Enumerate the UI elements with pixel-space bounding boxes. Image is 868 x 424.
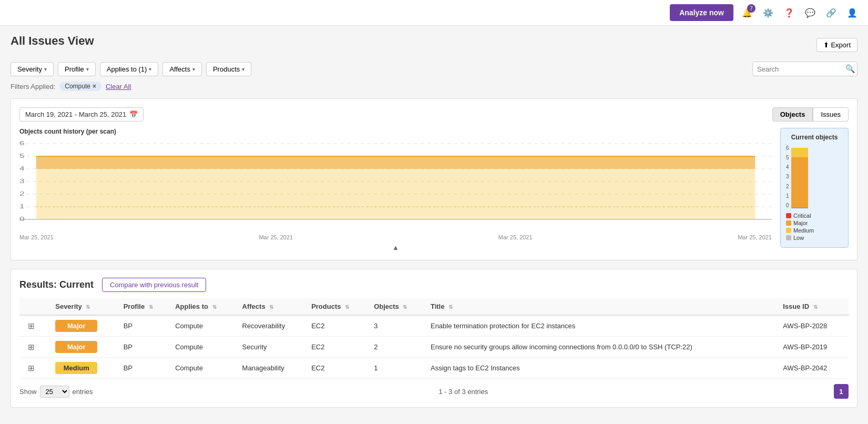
- expand-col-header: [19, 298, 50, 315]
- major-bar: [791, 157, 808, 208]
- gear-icon[interactable]: ⚙️: [761, 5, 775, 20]
- entries-per-page-select[interactable]: 10 25 50 100: [40, 386, 69, 398]
- results-section: Results: Current Compare with previous r…: [11, 269, 857, 408]
- affects-col-header: Affects ⇅: [237, 298, 307, 315]
- major-legend-dot: [786, 220, 791, 226]
- profile-filter-button[interactable]: Profile ▾: [58, 62, 96, 76]
- bar-stack: [791, 145, 808, 208]
- view-toggle: Objects Issues: [772, 107, 849, 122]
- issue-id-col-header: Issue ID ⇅: [778, 298, 849, 315]
- svg-text:3: 3: [19, 178, 25, 184]
- analyze-now-button[interactable]: Analyze now: [670, 4, 733, 21]
- svg-text:6: 6: [19, 140, 25, 146]
- applies-to-filter-label: Applies to (1): [107, 65, 147, 73]
- svg-text:2: 2: [19, 190, 25, 197]
- results-header: Results: Current Compare with previous r…: [19, 278, 849, 292]
- products-col-header: Products ⇅: [306, 298, 369, 315]
- date-picker[interactable]: March 19, 2021 - March 25, 2021 📅: [19, 107, 144, 122]
- profile-cell: BP: [118, 358, 170, 379]
- low-label: Low: [793, 235, 804, 241]
- svg-text:1: 1: [19, 203, 25, 209]
- compare-button[interactable]: Compare with previous result: [102, 278, 206, 292]
- user-icon[interactable]: 👤: [845, 5, 860, 20]
- search-field-wrap: 🔍: [752, 62, 857, 76]
- products-chevron-icon: ▾: [242, 66, 244, 72]
- current-objects-panel: Current objects 6 5 4 3 2 1 0: [780, 128, 849, 248]
- remove-filter-icon[interactable]: ×: [93, 83, 96, 90]
- applies-to-cell: Compute: [170, 358, 237, 379]
- affects-cell: Recoverability: [237, 315, 307, 337]
- severity-badge: Major: [55, 341, 97, 353]
- svg-text:0: 0: [19, 216, 25, 222]
- legend-major: Major: [786, 220, 843, 226]
- profile-col-header: Profile ⇅: [118, 298, 170, 315]
- page-title: All Issues View: [11, 34, 94, 48]
- critical-label: Critical: [793, 213, 811, 219]
- expand-row-button[interactable]: ⊞: [25, 320, 38, 332]
- chart-svg: 6 5 4 3 2 1 0: [19, 138, 772, 223]
- link-icon[interactable]: 🔗: [824, 5, 839, 20]
- svg-text:5: 5: [19, 153, 25, 159]
- chat-icon[interactable]: 💬: [803, 5, 818, 20]
- help-icon[interactable]: ❓: [782, 5, 796, 20]
- table-row: ⊞ Major BP Compute Security EC2 2 Ensure…: [19, 337, 849, 358]
- page-content: All Issues View ⬆ Export Severity ▾ Prof…: [0, 26, 868, 416]
- products-filter-button[interactable]: Products ▾: [206, 62, 251, 76]
- export-button[interactable]: ⬆ Export: [816, 38, 857, 52]
- search-input[interactable]: [757, 65, 845, 73]
- notification-icon[interactable]: 🔔 7: [740, 5, 754, 20]
- chart-container: 6 5 4 3 2 1 0: [19, 138, 772, 233]
- severity-col-header: Severity ⇅: [50, 298, 118, 315]
- clear-all-button[interactable]: Clear All: [106, 83, 131, 90]
- x-label-2: Mar 25, 2021: [498, 234, 533, 240]
- products-cell: EC2: [306, 358, 369, 379]
- products-filter-label: Products: [213, 65, 240, 73]
- expand-row-button[interactable]: ⊞: [25, 341, 38, 353]
- show-entries-wrap: Show 10 25 50 100 entries: [19, 386, 93, 398]
- objects-view-button[interactable]: Objects: [772, 107, 813, 122]
- profile-filter-label: Profile: [65, 65, 84, 73]
- search-icon[interactable]: 🔍: [845, 64, 855, 74]
- affects-filter-button[interactable]: Affects ▾: [162, 62, 202, 76]
- legend-low: Low: [786, 235, 843, 241]
- chart-section: Objects count history (per scan) 6 5: [19, 128, 849, 251]
- legend-medium: Medium: [786, 227, 843, 234]
- applies-to-col-header: Applies to ⇅: [170, 298, 237, 315]
- title-cell: Assign tags to EC2 Instances: [425, 358, 778, 379]
- title-cell: Enable termination protection for EC2 in…: [425, 315, 778, 337]
- title-col-header: Title ⇅: [425, 298, 778, 315]
- issues-view-button[interactable]: Issues: [813, 107, 849, 122]
- profile-cell: BP: [118, 337, 170, 358]
- affects-filter-label: Affects: [169, 65, 190, 73]
- date-range-value: March 19, 2021 - March 25, 2021: [25, 110, 126, 118]
- applies-to-chevron-icon: ▾: [149, 66, 151, 72]
- active-filter-value: Compute: [65, 83, 90, 90]
- page-1-button[interactable]: 1: [834, 384, 849, 399]
- affects-cell: Security: [237, 337, 307, 358]
- objects-cell: 1: [369, 358, 425, 379]
- bar-y-labels: 6 5 4 3 2 1 0: [786, 145, 789, 208]
- severity-filter-button[interactable]: Severity ▾: [11, 62, 54, 76]
- applies-to-filter-button[interactable]: Applies to (1) ▾: [100, 62, 159, 76]
- medium-label: Medium: [793, 227, 814, 234]
- svg-text:4: 4: [19, 165, 25, 171]
- chart-main: Objects count history (per scan) 6 5: [19, 128, 772, 251]
- applies-to-cell: Compute: [170, 315, 237, 337]
- title-cell: Ensure no security groups allow incoming…: [425, 337, 778, 358]
- results-tbody: ⊞ Major BP Compute Recoverability EC2 3 …: [19, 315, 849, 379]
- expand-row-button[interactable]: ⊞: [25, 362, 38, 374]
- issue-id-cell: AWS-BP-2042: [778, 358, 849, 379]
- medium-legend-dot: [786, 228, 791, 233]
- legend-critical: Critical: [786, 213, 843, 219]
- medium-bar: [791, 148, 808, 157]
- severity-filter-label: Severity: [17, 65, 42, 73]
- calendar-icon: 📅: [129, 110, 138, 118]
- products-cell: EC2: [306, 315, 369, 337]
- chart-x-labels: Mar 25, 2021 Mar 25, 2021 Mar 25, 2021 M…: [19, 234, 772, 240]
- x-label-0: Mar 25, 2021: [19, 234, 54, 240]
- affects-cell: Manageability: [237, 358, 307, 379]
- active-filter-tag: Compute ×: [59, 82, 101, 91]
- filters-applied-row: Filters Applied: Compute × Clear All: [11, 82, 857, 91]
- objects-cell: 2: [369, 337, 425, 358]
- chart-collapse-button[interactable]: ▲: [19, 244, 772, 251]
